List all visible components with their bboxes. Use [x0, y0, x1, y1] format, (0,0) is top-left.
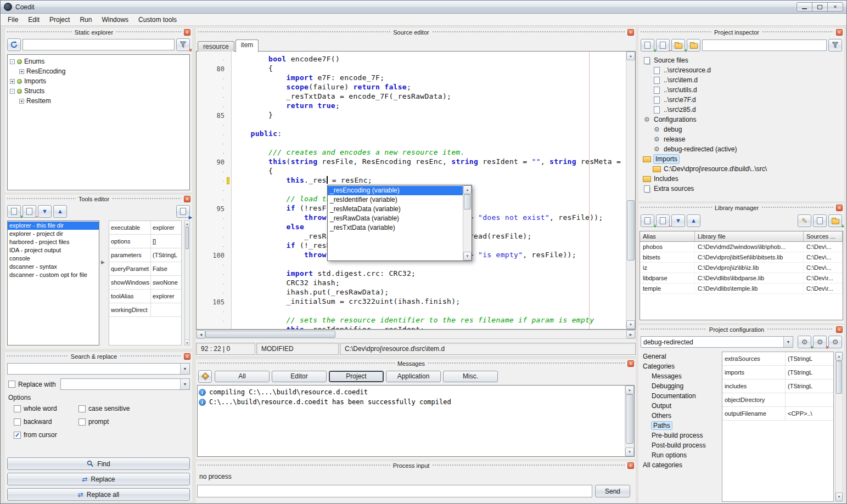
config-property-value[interactable]	[786, 393, 833, 406]
tool-list-item[interactable]: dscanner - custom opt for file	[8, 271, 99, 279]
checkbox-box[interactable]	[8, 381, 15, 388]
dock-handle[interactable]	[7, 31, 72, 33]
completion-item[interactable]: _resTxtData (variable)	[328, 223, 463, 233]
messages-filter-misc[interactable]: Misc.	[443, 371, 498, 382]
scroll-up-icon[interactable]: ▲	[463, 185, 472, 194]
chevron-down-icon[interactable]: ▼	[783, 337, 793, 347]
dock-handle[interactable]	[116, 31, 181, 33]
inspector-item-includes[interactable]: Includes	[640, 174, 843, 184]
library-row[interactable]: izC:\Dev\dproj\iz\lib\iz.libC:\Dev\...	[640, 263, 843, 273]
editor-vertical-scrollbar[interactable]: ▲ ▼	[626, 52, 635, 329]
property-value[interactable]: False	[151, 262, 181, 275]
expand-icon[interactable]: +	[19, 99, 24, 104]
move-library-down-button[interactable]: ▼	[671, 214, 685, 227]
refresh-button[interactable]	[7, 38, 21, 51]
property-value[interactable]: (TStringL	[151, 248, 181, 262]
dock-handle[interactable]	[7, 197, 76, 200]
menu-item-windows[interactable]: Windows	[97, 14, 133, 25]
scrollbar-thumb[interactable]	[836, 361, 842, 394]
scroll-up-icon[interactable]: ▲	[625, 386, 634, 394]
message-row[interactable]: icompiling C:\...\build\resource.d.coedi…	[199, 387, 624, 397]
remove-tool-button[interactable]: −	[23, 205, 36, 218]
tool-grid-scrollbar[interactable]: ▲ ▼	[184, 220, 190, 346]
completion-item[interactable]: _resEncoding (variable)	[328, 186, 463, 195]
editor-tab-resource[interactable]: resource	[198, 41, 234, 52]
scroll-down-icon[interactable]: ▼	[185, 339, 189, 345]
remove-library-button[interactable]: −	[656, 214, 670, 227]
config-category-all-categories[interactable]: All categories	[640, 460, 722, 470]
dock-handle[interactable]	[198, 362, 395, 365]
tool-list-item[interactable]: explorer - project dir	[8, 230, 99, 238]
remove-configuration-button[interactable]: ⚙×	[813, 336, 827, 348]
config-category-others[interactable]: Others	[640, 411, 722, 421]
configuration-scrollbar[interactable]: ▲ ▼	[835, 352, 843, 502]
add-configuration-button[interactable]: ⚙+	[798, 336, 811, 348]
completion-item[interactable]: _resMetaData (variable)	[328, 205, 463, 214]
checkbox-box[interactable]	[14, 418, 21, 426]
messages-filter-project[interactable]: Project	[329, 371, 384, 382]
collapse-icon[interactable]: -	[10, 59, 15, 64]
move-tool-down-button[interactable]: ▼	[38, 205, 52, 218]
inspector-item-imports[interactable]: Imports	[640, 154, 843, 164]
close-panel-icon[interactable]: ×	[836, 205, 843, 211]
tree-item-resitem[interactable]: +ResItem	[8, 96, 189, 106]
inspector-item-configurations[interactable]: ⚙Configurations	[640, 115, 843, 124]
checkbox-from-cursor[interactable]: ✓from cursor	[14, 431, 78, 439]
config-category-post-build-process[interactable]: Post-build process	[640, 440, 722, 450]
dock-handle[interactable]	[428, 362, 625, 365]
move-tool-up-button[interactable]: ▲	[53, 205, 67, 218]
maximize-button[interactable]	[812, 2, 828, 12]
tree-item-resencoding[interactable]: +ResEncoding	[8, 66, 189, 76]
checkbox-prompt[interactable]: prompt	[78, 418, 161, 426]
inspector-item-extra-sources[interactable]: Extra sources	[640, 184, 843, 194]
checkbox-backward[interactable]: backward	[14, 418, 78, 426]
inspector-item-src-e7f-d[interactable]: ..\src\e7F.d	[640, 95, 843, 105]
completion-item[interactable]: _resRawData (variable)	[328, 214, 463, 223]
dock-handle[interactable]	[640, 206, 712, 209]
library-column-header[interactable]: Library file	[695, 231, 804, 242]
config-property-value[interactable]: (TStringL	[786, 366, 833, 379]
configuration-selector[interactable]: debug-redirected ▼	[641, 336, 793, 348]
checkbox-box[interactable]: ✓	[14, 432, 21, 439]
scroll-down-icon[interactable]: ▼	[835, 492, 843, 501]
dock-handle[interactable]	[112, 197, 181, 200]
inspector-item-src-resource-d[interactable]: ..\src\resource.d	[640, 65, 843, 75]
scroll-up-icon[interactable]: ▲	[185, 221, 189, 226]
library-row[interactable]: bitsetsC:\Dev\dproj\bitSet\lib\bitsets.l…	[640, 252, 843, 263]
dock-handle[interactable]	[640, 31, 711, 33]
open-folder-button[interactable]	[687, 39, 700, 52]
inspector-filter-input[interactable]	[702, 39, 827, 51]
edit-library-button[interactable]: ✎	[798, 214, 811, 227]
clone-configuration-button[interactable]: ⚙	[828, 336, 842, 348]
collapse-icon[interactable]: -	[10, 89, 15, 94]
add-library-folder-button[interactable]: +	[828, 214, 842, 227]
menu-item-run[interactable]: Run	[75, 14, 97, 25]
messages-filter-application[interactable]: Application	[386, 371, 441, 382]
config-category-categories[interactable]: Categories	[640, 361, 722, 371]
config-category-messages[interactable]: Messages	[640, 371, 722, 381]
tool-list-item[interactable]: IDA - project output	[8, 246, 99, 254]
library-row[interactable]: phobosC:\Dev\dmd2\windows\lib\phob...C:\…	[640, 242, 843, 252]
scroll-right-icon[interactable]: ▶	[626, 330, 635, 338]
expand-icon[interactable]: +	[10, 79, 15, 84]
replace-with-checkbox[interactable]: Replace with	[8, 381, 56, 388]
checkbox-box[interactable]	[78, 405, 86, 412]
chevron-down-icon[interactable]: ▼	[180, 379, 189, 389]
property-value[interactable]: []	[151, 235, 181, 248]
menu-item-file[interactable]: File	[3, 14, 23, 25]
dock-handle[interactable]	[432, 31, 625, 33]
close-panel-icon[interactable]: ×	[184, 29, 190, 36]
inspector-item-release[interactable]: ⚙release	[640, 134, 843, 144]
tool-list-item[interactable]: dscanner - syntax	[8, 263, 99, 271]
scroll-left-icon[interactable]: ◀	[197, 330, 205, 338]
close-panel-icon[interactable]: ×	[627, 462, 634, 469]
scrollbar-track[interactable]	[625, 394, 634, 448]
dock-handle[interactable]	[198, 464, 390, 467]
inspector-item-src-z85-d[interactable]: ..\src\z85.d	[640, 105, 843, 115]
inspector-item-c-dev-dproj-resource-d-build-s[interactable]: C:\Dev\dproj\resource.d\build\..\src\	[640, 164, 843, 174]
menu-item-project[interactable]: Project	[44, 14, 75, 25]
tool-list-item[interactable]: console	[8, 254, 99, 263]
library-column-header[interactable]: Alias	[640, 231, 695, 242]
config-property-value[interactable]: (TStringL	[786, 352, 833, 365]
property-value[interactable]: explorer	[151, 221, 181, 234]
